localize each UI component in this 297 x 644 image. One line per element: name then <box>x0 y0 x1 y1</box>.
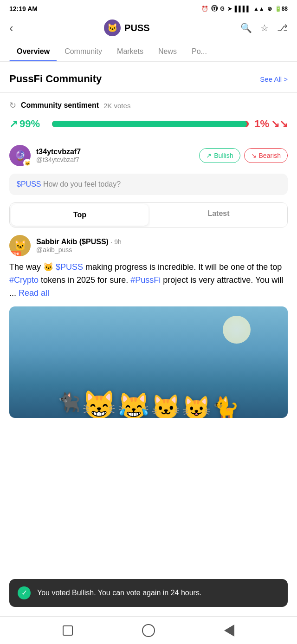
user-details: t34ytcvbzaf7 @t34ytcvbzaf7 <box>36 148 81 163</box>
see-all-link[interactable]: See All > <box>260 75 288 83</box>
moon-bg <box>223 316 251 344</box>
vote-buttons: ↗ Bullish ↘ Bearish <box>199 148 288 163</box>
main-tabs: Overview Community Markets News Po... <box>0 42 297 62</box>
alarm-icon: ⏰ <box>201 6 208 12</box>
tab-markets[interactable]: Markets <box>110 42 151 61</box>
main-content: PussFi Community See All > ↻ Community s… <box>0 62 297 418</box>
user-info: 🔮 🐱 t34ytcvbzaf7 @t34ytcvbzaf7 <box>9 145 81 166</box>
nav-back-square-icon[interactable] <box>63 625 73 636</box>
cat-2: 😸 <box>82 389 116 418</box>
post-image: 🐈‍⬛ 😸 😹 🐱 😺 🐈 <box>9 306 288 418</box>
post-content: The way 🐱 $PUSS making progress is incre… <box>9 261 288 300</box>
tab-news[interactable]: News <box>151 42 184 61</box>
google-icon: G <box>220 6 225 12</box>
header-actions: 🔍 ☆ ⎇ <box>240 22 288 33</box>
post-author-handle: @akib_puss <box>36 246 288 254</box>
sentiment-progress-bar <box>52 121 249 127</box>
share-icon[interactable]: ⎇ <box>277 22 288 33</box>
nav-back-triangle-icon[interactable] <box>224 624 234 637</box>
signal-icon: ▌▌▌▌ <box>235 6 251 12</box>
avatar-emoji: 🔮 <box>14 150 26 161</box>
star-icon[interactable]: ☆ <box>260 22 269 33</box>
sentiment-icon: ↻ <box>9 100 16 111</box>
comment-input[interactable]: $PUSS How do you feel today? <box>9 174 288 195</box>
bearish-btn-icon: ↘ <box>251 152 257 159</box>
post-ticker: $PUSS <box>56 262 83 272</box>
bearish-button[interactable]: ↘ Bearish <box>244 148 288 163</box>
tab-community[interactable]: Community <box>57 42 110 61</box>
top-tab-button[interactable]: Top <box>11 204 148 226</box>
sentiment-bar-fill <box>52 121 247 127</box>
bullish-percentage: ↗ 99% <box>9 118 46 130</box>
sentiment-bar-row: ↗ 99% 1% ↘↘ <box>9 116 288 139</box>
battery-icon: 🔋88 <box>275 6 288 12</box>
post-time: · 9h <box>110 238 121 246</box>
post-avatar-emoji: 🐱 <box>14 240 26 252</box>
user-name: t34ytcvbzaf7 <box>36 148 81 156</box>
sentiment-header-row: ↻ Community sentiment 2K votes <box>9 93 288 116</box>
sentiment-votes: 2K votes <box>103 102 130 110</box>
meta-icon: ⓜ <box>211 5 218 13</box>
bearish-arrow-icon: ↘↘ <box>271 118 288 130</box>
token-logo: 🐱 <box>104 20 121 36</box>
wifi2-icon: ⊚ <box>267 6 272 12</box>
bullish-arrow-icon: ↗ <box>9 118 18 130</box>
avatar-badge: 🐱 <box>23 159 32 167</box>
back-button[interactable]: ‹ <box>9 21 13 35</box>
cat-6: 🐈 <box>212 396 239 418</box>
latest-tab-button[interactable]: Latest <box>150 203 287 227</box>
post-meta: Sabbir Akib ($PUSS) · 9h @akib_puss <box>36 238 288 254</box>
cat-5: 😺 <box>182 395 211 418</box>
community-title: PussFi Community <box>9 73 102 85</box>
header: ‹ 🐱 PUSS 🔍 ☆ ⎇ <box>0 16 297 42</box>
tab-overview[interactable]: Overview <box>9 42 57 61</box>
comment-placeholder: $PUSS How do you feel today? <box>17 180 121 188</box>
bearish-percentage: 1% ↘↘ <box>254 118 288 130</box>
toast-message: You voted Bullish. You can vote again in… <box>37 588 201 598</box>
post-container: 🐱 ATH! Sabbir Akib ($PUSS) · 9h @akib_pu… <box>9 235 288 418</box>
bullish-btn-label: Bullish <box>214 152 233 159</box>
post-tab-toggle: Top Latest <box>9 202 288 228</box>
cat-1: 🐈‍⬛ <box>58 391 81 413</box>
status-bar: 12:19 AM ⏰ ⓜ G ➤ ▌▌▌▌ ▲▲ ⊚ 🔋88 <box>0 0 297 16</box>
read-all-link[interactable]: Read all <box>19 288 49 298</box>
comment-ticker: $PUSS <box>17 180 41 188</box>
post-author-name: Sabbir Akib ($PUSS) <box>36 238 109 246</box>
post-header: 🐱 ATH! Sabbir Akib ($PUSS) · 9h @akib_pu… <box>9 235 288 256</box>
toast-notification: ✓ You voted Bullish. You can vote again … <box>9 579 288 607</box>
post-hashtag1: #Crypto <box>9 275 39 285</box>
bullish-button[interactable]: ↗ Bullish <box>199 148 240 163</box>
bearish-btn-label: Bearish <box>259 152 281 159</box>
tab-portfolio[interactable]: Po... <box>184 42 214 61</box>
direction-icon: ➤ <box>227 6 232 12</box>
nav-home-circle-icon[interactable] <box>142 624 155 637</box>
cat-4: 🐱 <box>151 393 181 418</box>
ath-badge: ATH! <box>9 251 21 256</box>
post-author-row: Sabbir Akib ($PUSS) · 9h <box>36 238 288 246</box>
post-avatar: 🐱 ATH! <box>9 235 31 256</box>
avatar: 🔮 🐱 <box>9 145 31 166</box>
bottom-navigation <box>0 616 297 644</box>
bullish-btn-icon: ↗ <box>206 152 212 159</box>
wifi-icon: ▲▲ <box>253 6 265 12</box>
user-row: 🔮 🐱 t34ytcvbzaf7 @t34ytcvbzaf7 ↗ Bullish… <box>9 139 288 171</box>
sentiment-label: Community sentiment <box>21 101 99 110</box>
toast-check-icon: ✓ <box>18 586 31 599</box>
community-section-header: PussFi Community See All > <box>9 62 288 92</box>
token-name: PUSS <box>124 23 149 33</box>
search-icon[interactable]: 🔍 <box>240 22 252 33</box>
header-title-area: 🐱 PUSS <box>104 20 149 36</box>
post-hashtag2: #PussFi <box>130 275 161 285</box>
user-handle: @t34ytcvbzaf7 <box>36 156 81 163</box>
status-time: 12:19 AM <box>9 5 38 13</box>
cat-3: 😹 <box>117 391 150 418</box>
status-icons: ⏰ ⓜ G ➤ ▌▌▌▌ ▲▲ ⊚ 🔋88 <box>201 5 288 13</box>
